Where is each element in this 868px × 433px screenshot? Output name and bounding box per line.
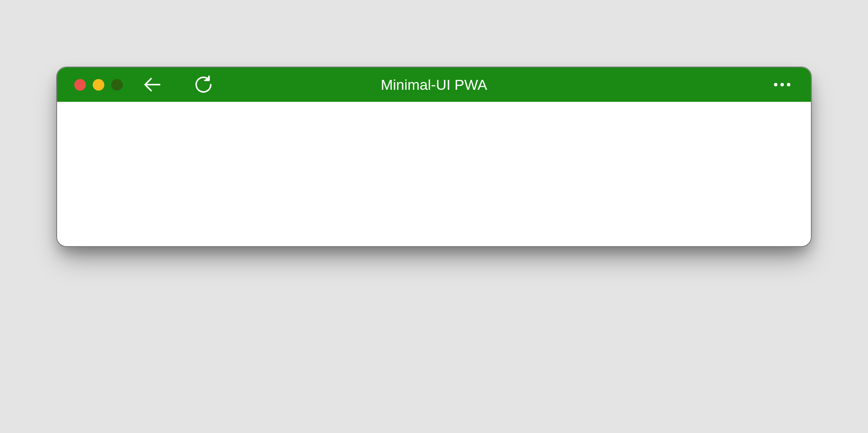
more-icon [780,83,784,86]
app-window: Minimal-UI PWA [56,67,812,247]
more-icon [787,83,790,86]
back-button[interactable] [143,75,162,94]
minimize-button[interactable] [93,79,104,91]
back-arrow-icon [143,75,162,94]
close-button[interactable] [74,79,86,91]
nav-controls [143,75,213,94]
titlebar: Minimal-UI PWA [57,67,811,102]
maximize-button[interactable] [111,79,123,91]
more-button[interactable] [771,79,794,90]
more-icon [774,83,777,86]
traffic-lights [74,79,123,91]
content-area [57,102,811,246]
window-title: Minimal-UI PWA [381,76,487,93]
reload-button[interactable] [194,75,213,94]
reload-icon [194,76,212,94]
